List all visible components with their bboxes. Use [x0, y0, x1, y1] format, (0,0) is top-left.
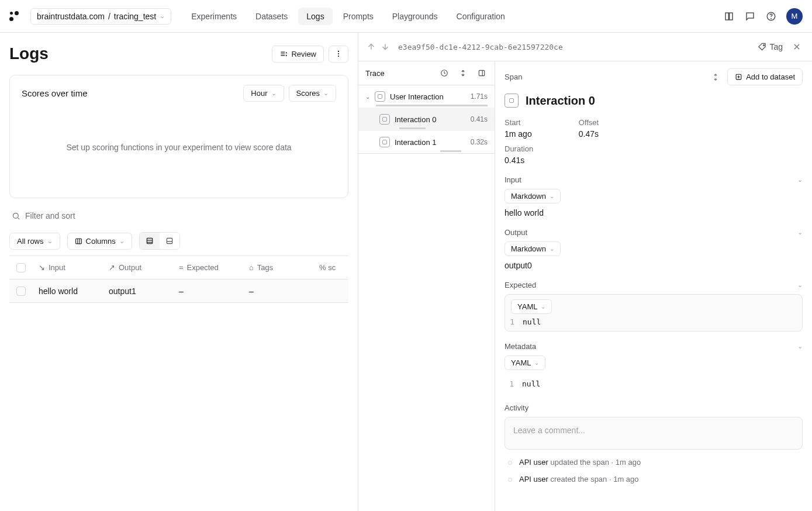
nav-experiments[interactable]: Experiments [183, 8, 245, 25]
expected-format-select[interactable]: YAML⌄ [511, 299, 552, 314]
clock-icon[interactable] [438, 67, 450, 79]
add-to-dataset-button[interactable]: Add to dataset [727, 68, 803, 85]
svg-point-4 [338, 56, 339, 57]
breadcrumb-project: tracing_test [114, 12, 156, 21]
book-icon[interactable] [723, 11, 735, 22]
logo[interactable] [9, 11, 21, 21]
expected-box: YAML⌄ 1null [505, 294, 803, 332]
granularity-select[interactable]: Hour⌄ [243, 85, 284, 102]
metadata-format-select[interactable]: YAML⌄ [505, 355, 545, 370]
view-toggle [139, 232, 180, 250]
chevron-down-icon: ⌄ [323, 89, 329, 97]
view-table[interactable] [140, 233, 160, 249]
svg-rect-8 [167, 238, 172, 243]
main-nav: Experiments Datasets Logs Prompts Playgr… [183, 8, 513, 25]
nav-configuration[interactable]: Configuration [448, 8, 513, 25]
trace-item-root[interactable]: ⌄ User Interaction 1.71s [358, 85, 495, 108]
trace-header: Trace [365, 69, 385, 78]
close-button[interactable] [791, 41, 803, 53]
svg-rect-11 [479, 70, 484, 75]
chevron-down-icon: ⌄ [271, 89, 277, 97]
dot-icon [508, 461, 512, 465]
span-duration: 0.41s [505, 156, 533, 165]
tag-button[interactable]: Tag [758, 42, 783, 51]
view-split[interactable] [160, 233, 179, 249]
span-offset: 0.47s [579, 129, 599, 139]
help-icon[interactable] [765, 11, 777, 22]
activity-item: API user updated the span · 1m ago [505, 458, 803, 467]
metadata-box: 1null [505, 375, 803, 393]
svg-rect-7 [147, 238, 152, 243]
panel-icon[interactable] [476, 67, 488, 79]
filter-input[interactable]: Filter and sort [9, 209, 348, 223]
prev-trace-button[interactable] [365, 41, 377, 53]
scores-empty-msg: Set up scoring functions in your experim… [22, 106, 336, 188]
comment-input[interactable]: Leave a comment... [505, 417, 803, 450]
page-title: Logs [9, 44, 49, 63]
activity-item: API user created the span · 1m ago [505, 475, 803, 484]
trace-item-0[interactable]: Interaction 0 0.41s [358, 108, 495, 131]
span-icon [379, 114, 390, 125]
span-output-value: output0 [505, 261, 803, 270]
nav-logs[interactable]: Logs [298, 8, 332, 25]
svg-point-3 [338, 53, 339, 54]
rows-filter[interactable]: All rows⌄ [9, 233, 60, 250]
breadcrumb[interactable]: braintrustdata.com / tracing_test ⌄ [30, 8, 171, 25]
output-format-select[interactable]: Markdown⌄ [505, 241, 561, 256]
span-icon [505, 94, 519, 108]
expand-icon[interactable] [710, 71, 721, 83]
chevron-down-icon: ⌄ [365, 94, 370, 100]
chevron-down-icon[interactable]: ⌄ [797, 176, 803, 184]
chevron-down-icon[interactable]: ⌄ [797, 281, 803, 289]
avatar[interactable]: M [786, 8, 803, 25]
scores-title: Scores over time [22, 88, 88, 98]
svg-point-1 [771, 18, 772, 19]
collapse-icon[interactable] [457, 67, 469, 79]
nav-playgrounds[interactable]: Playgrounds [384, 8, 446, 25]
metric-select[interactable]: Scores⌄ [289, 85, 336, 102]
nav-prompts[interactable]: Prompts [335, 8, 382, 25]
chevron-down-icon[interactable]: ⌄ [797, 229, 803, 236]
span-icon [375, 91, 385, 102]
span-title: Interaction 0 [526, 94, 595, 108]
scores-card: Scores over time Hour⌄ Scores⌄ Set up sc… [9, 75, 348, 198]
chevron-down-icon: ⌄ [160, 12, 165, 20]
review-button[interactable]: Review [272, 46, 324, 63]
trace-id: e3ea9f50-dc1e-4212-9cab-6e21597220ce [398, 43, 563, 51]
table-row[interactable]: hello world output1 – – [9, 279, 348, 303]
nav-datasets[interactable]: Datasets [247, 8, 296, 25]
svg-rect-6 [75, 239, 81, 244]
row-checkbox[interactable] [16, 286, 26, 296]
span-icon [379, 137, 390, 147]
tag-icon: ⌂ [249, 263, 254, 272]
logs-table: ↘Input ↗Output =Expected ⌂Tags % sc hell… [9, 255, 348, 303]
svg-point-5 [13, 213, 19, 218]
chat-icon[interactable] [744, 11, 756, 22]
select-all-checkbox[interactable] [16, 263, 26, 272]
next-trace-button[interactable] [379, 41, 391, 53]
equals-icon: = [179, 263, 184, 272]
arrow-in-icon: ↘ [39, 263, 45, 272]
trace-item-1[interactable]: Interaction 1 0.32s [358, 131, 495, 154]
breadcrumb-org: braintrustdata.com [37, 12, 105, 21]
span-start: 1m ago [505, 129, 532, 139]
chevron-down-icon[interactable]: ⌄ [797, 343, 803, 350]
more-button[interactable] [329, 46, 348, 63]
dot-icon [508, 478, 512, 482]
span-header: Span [505, 72, 522, 81]
columns-filter[interactable]: Columns⌄ [67, 233, 132, 250]
arrow-out-icon: ↗ [109, 263, 115, 272]
input-format-select[interactable]: Markdown⌄ [505, 189, 561, 203]
span-input-value: hello world [505, 208, 803, 217]
svg-point-2 [338, 51, 339, 52]
svg-point-9 [763, 44, 765, 46]
